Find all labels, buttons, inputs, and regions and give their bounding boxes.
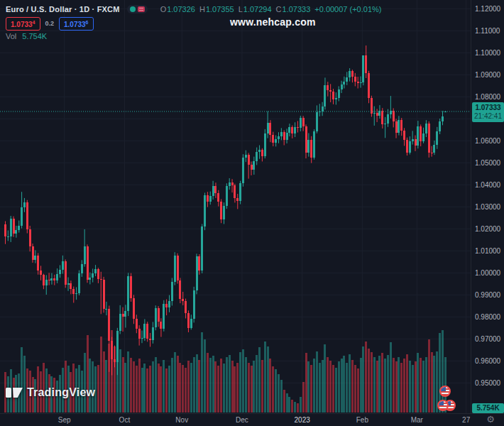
candle-body xyxy=(198,256,200,270)
volume-bar xyxy=(261,360,263,413)
volume-bar xyxy=(387,355,389,413)
volume-bar xyxy=(256,355,258,413)
candle-body xyxy=(21,207,23,226)
price-axis-label: 1.01000 xyxy=(475,247,500,255)
candle-body xyxy=(158,308,160,322)
price-axis-label: 1.10000 xyxy=(475,49,500,57)
high-label: H xyxy=(199,5,205,13)
candle-body xyxy=(302,118,305,126)
price-axis-label: 1.11000 xyxy=(475,27,500,35)
volume-bar xyxy=(327,357,329,413)
candle-body xyxy=(381,111,383,125)
us-flag-event-icon[interactable] xyxy=(437,400,449,411)
economic-events xyxy=(437,385,465,413)
high-value: 1.07355 xyxy=(206,5,234,13)
volume-bar xyxy=(138,359,141,413)
gear-icon[interactable]: ⚙ xyxy=(484,413,497,425)
candle-body xyxy=(226,186,228,206)
symbol-title[interactable]: Euro / U.S. Dollar · 1D · FXCM xyxy=(6,5,120,13)
volume-bar xyxy=(324,344,326,413)
candle-body xyxy=(65,261,67,285)
price-axis-label: 1.02000 xyxy=(475,225,500,233)
candle-body xyxy=(297,127,299,128)
candle-body xyxy=(291,127,293,133)
volume-bar xyxy=(362,346,364,413)
tradingview-attribution[interactable]: TradingView xyxy=(6,386,95,399)
volume-bar xyxy=(381,353,383,413)
candle-body xyxy=(428,124,430,153)
volume-bar xyxy=(409,361,411,413)
volume-bar xyxy=(291,400,293,413)
volume-bar xyxy=(136,366,138,413)
volume-bar xyxy=(286,393,288,413)
volume-bar xyxy=(322,360,324,413)
candle-body xyxy=(425,124,427,133)
candle-body xyxy=(56,274,58,281)
price-axis[interactable]: 1.07333 21:42:41 5.754K 1.120001.110001.… xyxy=(471,0,504,413)
volume-bar xyxy=(114,346,116,413)
candle-body xyxy=(368,73,370,98)
candle-body xyxy=(236,198,239,201)
volume-bar xyxy=(223,364,225,413)
candle-body xyxy=(341,84,343,89)
candle-body xyxy=(67,283,70,285)
volume-bar xyxy=(248,363,250,413)
candle-body xyxy=(373,113,376,114)
candle-body xyxy=(313,131,315,158)
volume-bar xyxy=(406,354,408,413)
volume-bar xyxy=(338,361,340,413)
candle-body xyxy=(234,185,236,198)
volume-bar xyxy=(231,361,234,413)
volume-bar xyxy=(365,342,367,413)
open-value: 1.07326 xyxy=(167,5,195,13)
price-chart[interactable] xyxy=(0,0,504,426)
volume-bar xyxy=(100,337,102,413)
volume-bar xyxy=(251,366,253,413)
quote-toggle[interactable] xyxy=(127,5,148,13)
candle-body xyxy=(422,133,424,141)
close-label: C xyxy=(276,5,282,13)
volume-bar xyxy=(207,353,209,413)
tradingview-logo-icon xyxy=(6,387,23,398)
sell-quote-button[interactable]: 1.07334 xyxy=(6,17,40,31)
price-axis-label: 0.95000 xyxy=(475,379,500,387)
candle-body xyxy=(412,139,414,141)
volume-bar xyxy=(415,361,417,413)
buy-quote-button[interactable]: 1.07336 xyxy=(59,17,94,31)
volume-bar xyxy=(373,357,376,413)
current-price-value: 1.07333 xyxy=(472,104,504,112)
candle-body xyxy=(165,304,168,307)
candle-body xyxy=(53,278,55,280)
candle-body xyxy=(307,140,309,153)
volume-bar xyxy=(310,365,312,413)
candle-body xyxy=(214,186,217,192)
bid-price: 1.0733 xyxy=(11,21,33,28)
candle-body xyxy=(190,319,192,328)
volume-legend-label[interactable]: Vol xyxy=(6,32,16,40)
spread-value: 0.2 xyxy=(45,20,55,27)
volume-bar xyxy=(332,365,334,413)
volume-bar xyxy=(371,352,373,413)
candle-body xyxy=(105,309,107,310)
candle-body xyxy=(256,152,258,162)
candle-body xyxy=(229,182,231,186)
volume-bar xyxy=(283,390,285,413)
candle-body xyxy=(37,256,39,271)
volume-bar xyxy=(236,363,239,413)
us-flag-event-icon[interactable] xyxy=(439,386,451,397)
volume-bar xyxy=(343,356,345,413)
candle-body xyxy=(310,140,312,158)
time-axis[interactable]: SepOctNovDec2023FebMar27 xyxy=(0,413,504,426)
candle-body xyxy=(136,319,138,329)
chart-widget: Euro / U.S. Dollar · 1D · FXCM O1.07326 … xyxy=(0,0,504,426)
time-axis-label: Oct xyxy=(119,416,131,424)
volume-bar xyxy=(198,360,200,413)
volume-bar xyxy=(187,361,190,413)
volume-bar xyxy=(422,361,424,413)
candle-body xyxy=(100,279,102,280)
price-axis-label: 0.97000 xyxy=(475,335,500,343)
open-label: O xyxy=(160,5,167,13)
volume-bar xyxy=(174,352,176,413)
candle-body xyxy=(420,126,422,141)
candle-body xyxy=(442,116,444,121)
